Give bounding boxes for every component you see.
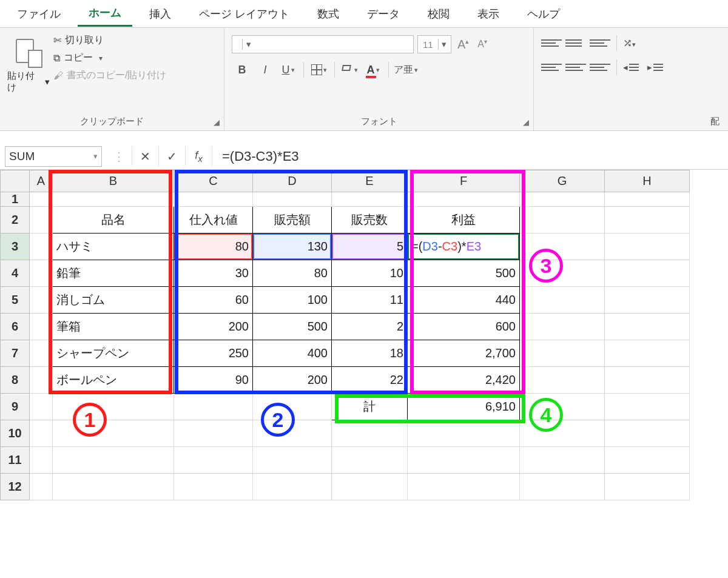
cell[interactable]: 鉛筆 xyxy=(53,260,174,287)
row-header[interactable]: 6 xyxy=(1,314,30,340)
row-header[interactable]: 8 xyxy=(1,367,30,394)
cell[interactable]: ボールペン xyxy=(53,367,174,394)
cell[interactable] xyxy=(174,474,253,500)
row-header[interactable]: 4 xyxy=(1,260,30,287)
cell[interactable] xyxy=(520,207,605,234)
cell[interactable]: 500 xyxy=(408,260,520,287)
fill-color-button[interactable]: ▾ xyxy=(340,61,360,79)
cell[interactable] xyxy=(53,447,174,474)
formula-bar-input[interactable]: =(D3-C3)*E3 xyxy=(212,146,728,167)
cell[interactable] xyxy=(605,474,690,500)
tab-insert[interactable]: 挿入 xyxy=(138,2,182,26)
cell[interactable]: 2,700 xyxy=(408,340,520,367)
cell[interactable]: 30 xyxy=(174,260,253,287)
cell[interactable] xyxy=(408,420,520,447)
cell-header-c[interactable]: 仕入れ値 xyxy=(174,207,253,234)
col-header-B[interactable]: B xyxy=(53,170,174,192)
col-header-E[interactable]: E xyxy=(332,170,408,192)
cell[interactable] xyxy=(30,447,53,474)
cell[interactable] xyxy=(605,192,690,207)
col-header-D[interactable]: D xyxy=(253,170,332,192)
cell[interactable] xyxy=(520,447,605,474)
cell[interactable] xyxy=(30,340,53,367)
borders-button[interactable]: ▾ xyxy=(309,61,329,79)
row-header[interactable]: 2 xyxy=(1,207,30,234)
cell[interactable] xyxy=(30,394,53,420)
cell[interactable]: 90 xyxy=(174,367,253,394)
cell[interactable]: 11 xyxy=(332,287,408,314)
cell[interactable] xyxy=(332,192,408,207)
cell[interactable] xyxy=(30,260,53,287)
align-right-button[interactable] xyxy=(590,59,610,75)
cell[interactable] xyxy=(520,314,605,340)
align-middle-button[interactable] xyxy=(565,35,586,51)
cell[interactable]: 600 xyxy=(408,314,520,340)
col-header-F[interactable]: F xyxy=(408,170,520,192)
cell[interactable] xyxy=(30,207,53,234)
cell[interactable] xyxy=(30,192,53,207)
increase-indent-button[interactable]: ▸ xyxy=(647,59,668,75)
tab-review[interactable]: 校閲 xyxy=(417,2,460,26)
cell[interactable]: 22 xyxy=(332,367,408,394)
format-painter-button[interactable]: 🖌 書式のコピー/貼り付け xyxy=(53,69,166,82)
col-header-H[interactable]: H xyxy=(605,170,690,192)
cell[interactable]: 500 xyxy=(253,314,332,340)
row-header[interactable]: 11 xyxy=(1,447,30,474)
cell[interactable] xyxy=(605,287,690,314)
align-bottom-button[interactable] xyxy=(590,35,610,51)
cell[interactable] xyxy=(53,420,174,447)
cell-header-e[interactable]: 販売数 xyxy=(332,207,408,234)
tab-home[interactable]: ホーム xyxy=(78,1,132,27)
font-name-combo[interactable]: ▾ xyxy=(232,35,414,53)
cell[interactable]: 130 xyxy=(253,234,332,260)
cell[interactable] xyxy=(174,192,253,207)
row-header[interactable]: 9 xyxy=(1,394,30,420)
cell[interactable] xyxy=(30,367,53,394)
cell[interactable] xyxy=(605,260,690,287)
cell[interactable]: 200 xyxy=(253,367,332,394)
decrease-indent-button[interactable]: ◂ xyxy=(623,59,644,75)
italic-button[interactable]: I xyxy=(255,61,275,79)
cell-editing[interactable]: =(D3-C3)*E3 xyxy=(408,234,520,260)
cell[interactable] xyxy=(174,420,253,447)
grow-font-button[interactable]: A▴ xyxy=(455,38,471,52)
row-header[interactable]: 10 xyxy=(1,420,30,447)
cell[interactable] xyxy=(53,394,174,420)
cell[interactable] xyxy=(605,420,690,447)
cell[interactable]: 80 xyxy=(253,260,332,287)
fx-button[interactable]: fx xyxy=(186,146,212,167)
cell[interactable] xyxy=(520,192,605,207)
cell[interactable] xyxy=(30,420,53,447)
phonetic-button[interactable]: ア亜▾ xyxy=(394,61,418,79)
align-center-button[interactable] xyxy=(565,59,586,75)
cell-header-b[interactable]: 品名 xyxy=(53,207,174,234)
cell[interactable]: 80 xyxy=(174,234,253,260)
cell[interactable]: 18 xyxy=(332,340,408,367)
cut-button[interactable]: ✄ 切り取り xyxy=(53,34,166,47)
cell[interactable] xyxy=(332,474,408,500)
cell[interactable] xyxy=(332,420,408,447)
cell-header-f[interactable]: 利益 xyxy=(408,207,520,234)
cell[interactable]: 5 xyxy=(332,234,408,260)
row-header[interactable]: 5 xyxy=(1,287,30,314)
cell[interactable] xyxy=(253,474,332,500)
font-launcher[interactable]: ◢ xyxy=(521,118,531,128)
col-header-C[interactable]: C xyxy=(174,170,253,192)
cell[interactable]: 400 xyxy=(253,340,332,367)
cell[interactable] xyxy=(605,234,690,260)
row-header[interactable]: 12 xyxy=(1,474,30,500)
tab-view[interactable]: 表示 xyxy=(467,2,510,26)
cell[interactable] xyxy=(53,192,174,207)
copy-button[interactable]: ⧉ コピー ▾ xyxy=(53,52,166,64)
cell[interactable]: 10 xyxy=(332,260,408,287)
name-box[interactable]: SUM ▾ xyxy=(5,146,102,167)
cell[interactable] xyxy=(253,192,332,207)
cell[interactable] xyxy=(408,447,520,474)
cell[interactable] xyxy=(408,192,520,207)
row-header[interactable]: 7 xyxy=(1,340,30,367)
font-size-combo[interactable]: 11 ▾ xyxy=(417,35,451,53)
cell[interactable]: シャープペン xyxy=(53,340,174,367)
cell[interactable] xyxy=(30,474,53,500)
cell[interactable] xyxy=(520,474,605,500)
cell[interactable] xyxy=(605,314,690,340)
